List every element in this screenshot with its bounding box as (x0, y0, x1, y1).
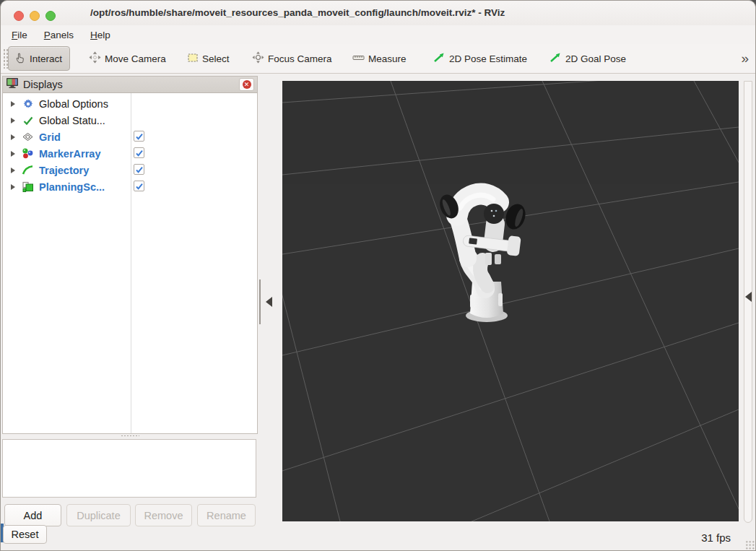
rename-display-button[interactable]: Rename (197, 504, 256, 526)
tool-label: 2D Goal Pose (565, 53, 626, 64)
collapse-right-panel-icon[interactable] (745, 292, 752, 302)
row-label[interactable]: Trajectory (39, 165, 89, 176)
window-title: /opt/ros/humble/share/moveit_resources_p… (90, 1, 505, 25)
planning-scene-icon (22, 181, 34, 193)
expander-icon[interactable] (11, 151, 15, 157)
render-viewport[interactable] (282, 81, 739, 521)
toolbar-overflow-chevron[interactable]: » (741, 44, 748, 73)
panel-splitter-handle[interactable] (2, 434, 258, 438)
tool-interact[interactable]: Interact (8, 46, 70, 71)
expander-icon[interactable] (11, 184, 15, 190)
tree-row-marker-array[interactable]: MarkerArray (3, 145, 257, 162)
menu-help[interactable]: Help (90, 30, 110, 40)
left-splitter-dots[interactable] (259, 279, 261, 324)
planning-scene-checkbox[interactable] (134, 181, 144, 191)
menubar: File Panels Help (1, 25, 755, 44)
tool-2d-goal-pose[interactable]: 2D Goal Pose (549, 44, 626, 73)
display-description-box (2, 439, 256, 498)
row-label[interactable]: Global Statu... (39, 115, 105, 126)
marker-array-icon (22, 147, 34, 160)
tree-row-global-status[interactable]: Global Statu... (3, 112, 257, 129)
tool-measure[interactable]: Measure (352, 44, 407, 73)
panel-close-button[interactable]: ✕ (239, 78, 254, 91)
gear-icon (22, 97, 34, 110)
reset-button[interactable]: Reset (3, 525, 47, 544)
displays-panel-header[interactable]: Displays ✕ (3, 77, 257, 93)
expander-icon[interactable] (11, 134, 15, 140)
status-bar: Reset 31 fps (1, 526, 755, 550)
green-arrow-icon (549, 51, 562, 66)
trajectory-checkbox[interactable] (134, 164, 144, 175)
collapse-left-panel-icon[interactable] (266, 297, 272, 307)
minimize-window-icon[interactable] (30, 11, 40, 21)
tree-row-trajectory[interactable]: Trajectory (3, 162, 257, 178)
floor-grid (282, 81, 739, 521)
tool-label: Focus Camera (268, 53, 332, 64)
rviz-window: /opt/ros/humble/share/moveit_resources_p… (0, 0, 756, 551)
ruler-icon (352, 51, 365, 66)
tool-focus-camera[interactable]: Focus Camera (252, 44, 332, 73)
trajectory-icon (22, 164, 34, 176)
add-display-button[interactable]: Add (4, 504, 61, 526)
resize-grip[interactable] (745, 540, 755, 550)
toolbar-drag-handle[interactable] (3, 48, 8, 69)
expander-icon[interactable] (11, 101, 15, 107)
row-label[interactable]: PlanningSc... (39, 181, 105, 193)
panel-title: Displays (23, 79, 63, 90)
hand-icon (14, 52, 26, 66)
close-window-icon[interactable] (14, 11, 24, 21)
grid-icon (22, 131, 34, 143)
right-splitter-lane[interactable] (744, 81, 752, 523)
menu-file[interactable]: File (12, 30, 27, 40)
tree-row-global-options[interactable]: Global Options (3, 95, 257, 112)
tool-select[interactable]: Select (187, 44, 230, 73)
maximize-window-icon[interactable] (45, 11, 56, 21)
remove-display-button[interactable]: Remove (135, 504, 192, 526)
row-label[interactable]: MarkerArray (39, 148, 100, 160)
tree-row-planning-scene[interactable]: PlanningSc... (3, 178, 257, 195)
fps-counter: 31 fps (701, 532, 731, 544)
tree-row-grid[interactable]: Grid (3, 129, 257, 145)
tool-label: Measure (368, 53, 407, 64)
displays-panel: Displays ✕ Global Options Global Statu..… (2, 76, 258, 434)
selection-box-icon (187, 52, 199, 66)
menu-panels[interactable]: Panels (44, 30, 74, 40)
row-label[interactable]: Grid (39, 131, 61, 143)
marker-array-checkbox[interactable] (134, 147, 144, 158)
checkmark-icon (22, 114, 34, 126)
tool-label: Interact (30, 53, 62, 64)
tool-label: Move Camera (105, 53, 166, 64)
focus-crosshair-icon (252, 51, 264, 66)
displays-tree: Global Options Global Statu... Grid (3, 95, 257, 195)
titlebar[interactable]: /opt/ros/humble/share/moveit_resources_p… (1, 1, 755, 26)
viewport-canvas (282, 81, 739, 521)
tool-label: Select (202, 53, 230, 64)
duplicate-display-button[interactable]: Duplicate (66, 504, 131, 526)
panda-robot (437, 192, 529, 322)
move-arrows-icon (89, 51, 101, 66)
green-arrow-icon (433, 51, 446, 66)
row-label[interactable]: Global Options (39, 98, 108, 110)
tool-label: 2D Pose Estimate (449, 53, 527, 64)
toolbar: Interact Move Camera Select Focus Camera (1, 44, 755, 74)
tool-2d-pose-estimate[interactable]: 2D Pose Estimate (433, 44, 527, 73)
expander-icon[interactable] (11, 118, 15, 123)
close-icon: ✕ (243, 80, 251, 89)
grid-checkbox[interactable] (134, 131, 144, 142)
tool-move-camera[interactable]: Move Camera (89, 44, 166, 73)
expander-icon[interactable] (11, 168, 15, 173)
displays-monitor-icon (6, 77, 19, 92)
